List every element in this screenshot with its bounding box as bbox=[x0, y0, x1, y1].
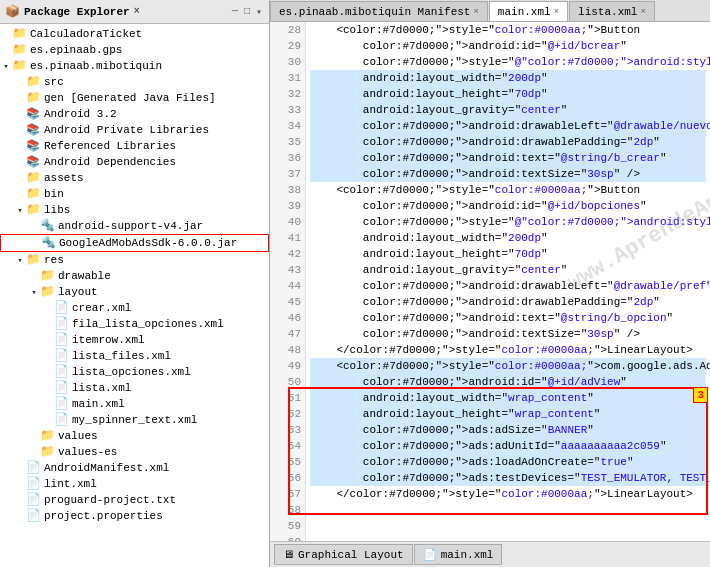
tree-indent bbox=[0, 140, 14, 152]
code-line: color:#7d0000;">android:text="@string/b_… bbox=[310, 310, 706, 326]
tree-indent bbox=[0, 414, 42, 426]
tree-indent bbox=[0, 318, 42, 330]
line-number: 52 bbox=[274, 406, 301, 422]
tree-item-values[interactable]: 📁values bbox=[0, 428, 269, 444]
line-number: 44 bbox=[274, 278, 301, 294]
tree-indent bbox=[0, 92, 14, 104]
tree-item-my-spinner[interactable]: 📄my_spinner_text.xml bbox=[0, 412, 269, 428]
tree-arrow: ▾ bbox=[14, 205, 26, 216]
package-icon: 📦 bbox=[5, 4, 20, 19]
bottom-bar: 🖥Graphical Layout📄main.xml bbox=[270, 541, 710, 567]
code-line: color:#7d0000;">android:id="@+id/bcrear" bbox=[310, 38, 706, 54]
tree-item-fila-lista[interactable]: 📄fila_lista_opciones.xml bbox=[0, 316, 269, 332]
tree-file-icon: 🔩 bbox=[41, 236, 57, 250]
maximize-icon[interactable]: □ bbox=[242, 5, 252, 19]
code-line: color:#7d0000;">android:textSize="30sp" … bbox=[310, 326, 706, 342]
tab-manifest[interactable]: es.pinaab.mibotiquin Manifest× bbox=[270, 1, 488, 21]
tree-item-label: values bbox=[58, 430, 98, 442]
tree-item-calculadora[interactable]: 📁CalculadoraTicket bbox=[0, 26, 269, 42]
tree-item-android32[interactable]: 📚Android 3.2 bbox=[0, 106, 269, 122]
tree-item-gen[interactable]: 📁gen [Generated Java Files] bbox=[0, 90, 269, 106]
tree-item-androidmanifest[interactable]: 📄AndroidManifest.xml bbox=[0, 460, 269, 476]
tree-indent bbox=[0, 350, 42, 362]
tree-item-lista-xml[interactable]: 📄lista.xml bbox=[0, 380, 269, 396]
line-number: 33 bbox=[274, 102, 301, 118]
tree-file-icon: 📁 bbox=[12, 59, 28, 73]
tree-item-referenced-libs[interactable]: 📚Referenced Libraries bbox=[0, 138, 269, 154]
tree-indent bbox=[0, 108, 14, 120]
tree-item-libs[interactable]: ▾📁libs bbox=[0, 202, 269, 218]
tree-item-label: fila_lista_opciones.xml bbox=[72, 318, 224, 330]
tree-indent bbox=[0, 188, 14, 200]
tree-item-lista-files[interactable]: 📄lista_files.xml bbox=[0, 348, 269, 364]
tree-item-label: proguard-project.txt bbox=[44, 494, 176, 506]
line-number: 40 bbox=[274, 214, 301, 230]
tree-item-android-support[interactable]: 🔩android-support-v4.jar bbox=[0, 218, 269, 234]
panel-title-text: Package Explorer bbox=[24, 6, 130, 18]
tree-item-epinaab-mibotiquin[interactable]: ▾📁es.pinaab.mibotiquin bbox=[0, 58, 269, 74]
line-number: 45 bbox=[274, 294, 301, 310]
bottom-tab-graphical[interactable]: 🖥Graphical Layout bbox=[274, 544, 413, 565]
tree-item-lint-xml[interactable]: 📄lint.xml bbox=[0, 476, 269, 492]
tree-item-res[interactable]: ▾📁res bbox=[0, 252, 269, 268]
tree-item-bin[interactable]: 📁bin bbox=[0, 186, 269, 202]
code-line: android:layout_width="200dp" bbox=[310, 230, 706, 246]
tree-item-label: drawable bbox=[58, 270, 111, 282]
minimize-icon[interactable]: ─ bbox=[230, 5, 240, 19]
tree-item-label: es.epinaab.gps bbox=[30, 44, 122, 56]
tree-file-icon: 📄 bbox=[54, 365, 70, 379]
tree-item-values-es[interactable]: 📁values-es bbox=[0, 444, 269, 460]
tree-file-icon: 📁 bbox=[26, 171, 42, 185]
code-line: color:#7d0000;">ads:adSize="BANNER" bbox=[310, 422, 706, 438]
code-content[interactable]: <color:#7d0000;">style="color:#0000aa;">… bbox=[306, 22, 710, 541]
tree-item-crear-xml[interactable]: 📄crear.xml bbox=[0, 300, 269, 316]
xml-file-icon: 📄 bbox=[423, 548, 437, 561]
tree-item-label: my_spinner_text.xml bbox=[72, 414, 197, 426]
file-tree[interactable]: 📁CalculadoraTicket 📁es.epinaab.gps ▾📁es.… bbox=[0, 24, 269, 567]
tree-item-android-deps[interactable]: 📚Android Dependencies bbox=[0, 154, 269, 170]
code-line: color:#7d0000;">android:textSize="30sp" … bbox=[310, 166, 706, 182]
tree-indent bbox=[0, 366, 42, 378]
tree-item-label: lista_files.xml bbox=[72, 350, 171, 362]
tree-item-google-admob[interactable]: 🔩GoogleAdMobAdsSdk-6.0.0.jar bbox=[0, 234, 269, 252]
tree-item-lista-opciones[interactable]: 📄lista_opciones.xml bbox=[0, 364, 269, 380]
tree-item-project-props[interactable]: 📄project.properties bbox=[0, 508, 269, 524]
tree-item-itemrow[interactable]: 📄itemrow.xml bbox=[0, 332, 269, 348]
tree-item-drawable[interactable]: 📁drawable bbox=[0, 268, 269, 284]
tree-file-icon: 📁 bbox=[40, 269, 56, 283]
tree-item-label: Android Dependencies bbox=[44, 156, 176, 168]
line-number: 50 bbox=[274, 374, 301, 390]
code-editor: 2829303132333435363738394041424344454647… bbox=[270, 22, 710, 541]
tree-item-label: libs bbox=[44, 204, 70, 216]
tree-file-icon: 📄 bbox=[26, 477, 42, 491]
tree-item-proguard[interactable]: 📄proguard-project.txt bbox=[0, 492, 269, 508]
tree-item-assets[interactable]: 📁assets bbox=[0, 170, 269, 186]
tree-file-icon: 📄 bbox=[26, 493, 42, 507]
tree-item-epinaab-gps[interactable]: 📁es.epinaab.gps bbox=[0, 42, 269, 58]
tree-file-icon: 📄 bbox=[54, 301, 70, 315]
tree-indent bbox=[0, 204, 14, 216]
tab-main-xml[interactable]: main.xml× bbox=[489, 1, 568, 21]
tree-file-icon: 📚 bbox=[26, 155, 42, 169]
panel-close-icon[interactable]: × bbox=[134, 6, 140, 17]
tree-item-layout[interactable]: ▾📁layout bbox=[0, 284, 269, 300]
tree-file-icon: 📁 bbox=[40, 429, 56, 443]
tab-close-button[interactable]: × bbox=[554, 7, 559, 17]
tab-lista-xml[interactable]: lista.xml× bbox=[569, 1, 655, 21]
tree-indent bbox=[0, 510, 14, 522]
code-line: color:#7d0000;">android:drawablePadding=… bbox=[310, 294, 706, 310]
tree-item-src[interactable]: 📁src bbox=[0, 74, 269, 90]
line-number: 56 bbox=[274, 470, 301, 486]
tab-close-button[interactable]: × bbox=[640, 7, 645, 17]
line-number: 29 bbox=[274, 38, 301, 54]
tree-item-main-xml[interactable]: 📄main.xml bbox=[0, 396, 269, 412]
menu-icon[interactable]: ▾ bbox=[254, 5, 264, 19]
tab-close-button[interactable]: × bbox=[473, 7, 478, 17]
tree-indent bbox=[0, 270, 28, 282]
tree-item-android-private[interactable]: 📚Android Private Libraries bbox=[0, 122, 269, 138]
line-number: 37 bbox=[274, 166, 301, 182]
package-explorer-panel: 📦 Package Explorer × ─ □ ▾ 📁CalculadoraT… bbox=[0, 0, 270, 567]
bottom-tab-mainxml[interactable]: 📄main.xml bbox=[414, 544, 503, 565]
tree-item-label: GoogleAdMobAdsSdk-6.0.0.jar bbox=[59, 237, 237, 249]
tree-arrow: ▾ bbox=[0, 61, 12, 72]
